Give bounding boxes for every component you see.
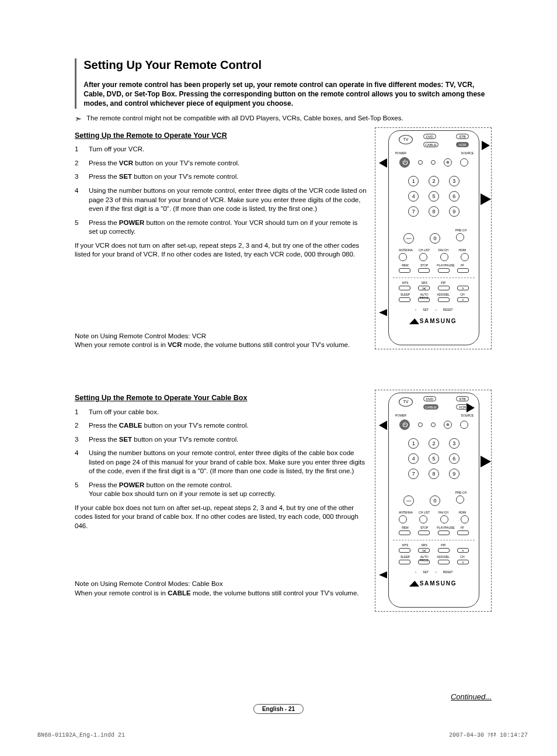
vcr-note-title: Note on Using Remote Control Modes: VCR (75, 332, 367, 341)
power-button-highlighted: ⏻ (399, 157, 410, 168)
vcr-step-2: Press the VCR button on your TV's remote… (89, 159, 239, 168)
source-button: ⊕ (444, 158, 452, 167)
page-number: English - 21 (253, 704, 304, 714)
vcr-steps: 1Turn off your VCR. 2Press the VCR butto… (75, 145, 367, 236)
remote-diagram-cable: TV DVD STB CABLE VCR POWER SOURCE ⏻ ⊕ 12 (375, 390, 492, 612)
power-label: POWER (395, 151, 406, 155)
section-cable: Setting Up the Remote to Operate Your Ca… (75, 393, 492, 598)
tv-mode-button-2: TV (399, 397, 413, 407)
compat-note-text: The remote control might not be compatib… (86, 115, 403, 122)
cable-note-body: When your remote control is in CABLE mod… (75, 589, 367, 598)
cable-step-5: Press the POWER button on the remote con… (89, 481, 276, 499)
imprint-left: BN68-01192A_Eng-1.indd 21 (37, 732, 125, 738)
imprint-right: 2007-04-30 ｿﾀﾈ 10:14:27 (449, 731, 528, 738)
section-vcr-title: Setting Up the Remote to Operate Your VC… (75, 131, 367, 141)
vcr-step-3: Press the SET button on your TV's remote… (89, 172, 238, 182)
title-bar (75, 58, 76, 109)
arrow-vcr-icon (482, 141, 490, 150)
brand: SAMSUNG (420, 318, 457, 324)
cable-steps: 1Turn off your cable box. 2Press the CAB… (75, 408, 367, 499)
vcr-fallback: If your VCR does not turn on after set-u… (75, 241, 367, 259)
dvd-mode-button: DVD (423, 134, 436, 139)
cable-step-3: Press the SET button on your TV's remote… (89, 435, 238, 445)
section-vcr: Setting Up the Remote to Operate Your VC… (75, 131, 492, 350)
continued-label: Continued... (451, 692, 492, 701)
title-block: Setting Up Your Remote Control After you… (75, 58, 492, 109)
cable-fallback: If your cable box does not turn on after… (75, 504, 367, 531)
section-cable-title: Setting Up the Remote to Operate Your Ca… (75, 393, 367, 403)
arrow-numpad-icon (481, 193, 491, 205)
arrow-power-icon (379, 158, 387, 168)
arrow-set-icon-2 (379, 571, 387, 578)
arrow-numpad-icon-2 (481, 456, 491, 467)
page-title: Setting Up Your Remote Control (83, 58, 492, 72)
stb-mode-button: STB (456, 134, 469, 139)
arrow-cable-icon (467, 403, 475, 412)
blank-button (460, 158, 468, 167)
dot1 (418, 160, 423, 165)
cable-step-2: Press the CABLE button on your TV's remo… (89, 421, 249, 431)
dot2 (431, 160, 436, 165)
vcr-step-4: Using the number buttons on your remote … (89, 186, 367, 214)
power-button-highlighted-2: ⏻ (399, 419, 410, 430)
cable-step-1: Turn off your cable box. (89, 408, 159, 417)
numpad: 123 456 789 (403, 176, 464, 217)
cable-step-4: Using the number buttons on your remote … (89, 449, 367, 476)
vcr-step-5: Press the POWER button on the remote con… (89, 219, 367, 237)
cable-mode-button-highlighted: CABLE (423, 404, 438, 410)
source-label: SOURCE (461, 151, 474, 155)
arrow-icon: ➣ (75, 115, 82, 123)
arrow-set-icon (379, 309, 387, 316)
vcr-step-1: Turn off your VCR. (89, 145, 144, 154)
vcr-note-body: When your remote control is in VCR mode,… (75, 341, 367, 350)
remote-diagram-vcr: TV DVD STB CABLE VCR POWER SOURCE ⏻ ⊕ (375, 127, 492, 349)
cable-mode-button: CABLE (423, 142, 438, 147)
arrow-power-icon-2 (379, 421, 387, 430)
intro-text: After your remote control has been prope… (83, 80, 492, 109)
tv-mode-button: TV (399, 135, 413, 144)
compat-note: ➣ The remote control might not be compat… (75, 115, 492, 123)
prech-button (456, 233, 464, 241)
cable-note-title: Note on Using Remote Control Modes: Cabl… (75, 580, 367, 589)
vcr-mode-button-highlighted: VCR (456, 142, 469, 147)
